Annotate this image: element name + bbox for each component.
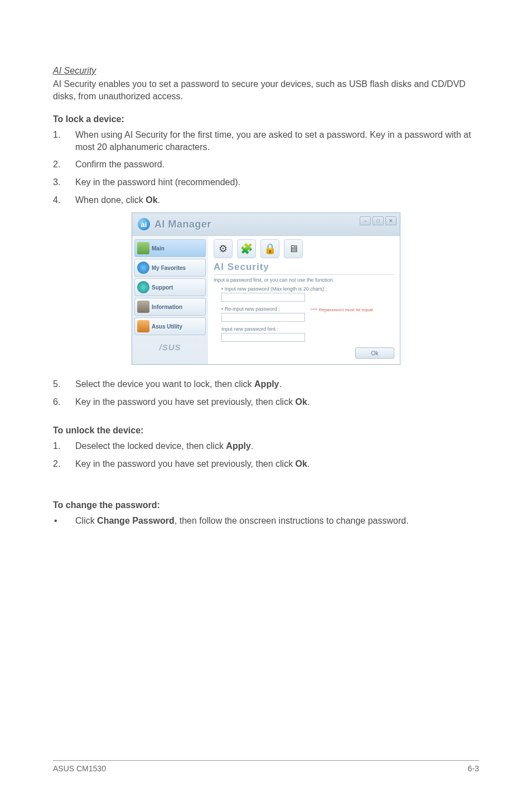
brand-logo: /SUS <box>134 340 206 354</box>
reinput-password-input[interactable] <box>221 313 305 322</box>
sidebar-tab-information[interactable]: Information <box>134 298 206 316</box>
ok-button[interactable]: Ok <box>355 347 394 359</box>
reinput-password-label: • Re-input new password : <box>221 306 305 312</box>
tab-label: My Favorites <box>152 265 186 271</box>
close-button[interactable]: ✕ <box>385 216 396 225</box>
window-title: AI Manager <box>154 219 211 230</box>
new-password-input[interactable] <box>221 293 305 302</box>
ai-security-heading: AI Security <box>53 66 479 76</box>
lock-steps-1-4: 1.When using AI Security for the first t… <box>53 129 479 206</box>
step-text: Deselect the locked device, then click A… <box>75 440 479 452</box>
intro-paragraph: AI Security enables you to set a passwor… <box>53 78 479 102</box>
step-text: Key in the password you have set previou… <box>75 396 479 408</box>
toolbar-icon-4[interactable]: 🖥 <box>284 239 303 258</box>
sidebar-tab-asus-utility[interactable]: Asus Utility <box>134 317 206 335</box>
step-number: 3. <box>53 176 75 189</box>
toolbar-icon-3[interactable]: 🔒 <box>260 239 279 258</box>
step-number: 4. <box>53 194 75 206</box>
step-number: 2. <box>53 458 75 470</box>
sidebar: Main My Favorites Support Information As… <box>132 236 208 364</box>
main-icon <box>137 242 149 254</box>
tab-label: Support <box>152 284 173 291</box>
sidebar-tab-favorites[interactable]: My Favorites <box>134 259 206 277</box>
lock-heading: To lock a device: <box>53 114 479 124</box>
toolbar: ⚙ 🧩 🔒 🖥 <box>214 239 394 258</box>
unlock-heading: To unlock the device: <box>53 426 479 436</box>
page-footer: ASUS CM1530 6-3 <box>53 760 479 773</box>
sidebar-tab-support[interactable]: Support <box>134 278 206 296</box>
footer-left: ASUS CM1530 <box>53 764 106 773</box>
favorites-icon <box>137 262 149 274</box>
lock-steps-5-6: 5.Select the device you want to lock, th… <box>53 378 479 408</box>
bullet-text: Click Change Password, then follow the o… <box>75 515 479 527</box>
new-password-label: • Input new password (Max length is 20 c… <box>221 286 394 292</box>
step-text: Select the device you want to lock, then… <box>75 378 479 390</box>
app-logo-icon: ai <box>138 218 150 230</box>
step-number: 2. <box>53 158 75 171</box>
toolbar-icon-2[interactable]: 🧩 <box>237 239 256 258</box>
tab-label: Information <box>152 304 182 310</box>
panel-description: Input a password first, or you can not u… <box>214 277 394 283</box>
maximize-button[interactable]: □ <box>373 216 384 225</box>
step-text: When done, click Ok. <box>75 194 479 206</box>
password-hint-label: Input new password hint : <box>221 326 394 332</box>
step-number: 1. <box>53 129 75 153</box>
unlock-steps: 1.Deselect the locked device, then click… <box>53 440 479 470</box>
information-icon <box>137 301 149 313</box>
tab-label: Asus Utility <box>152 323 182 330</box>
utility-icon <box>137 320 149 332</box>
change-password-bullet: • Click Change Password, then follow the… <box>53 515 479 527</box>
step-number: 1. <box>53 440 75 452</box>
step-text: Key in the password you have set previou… <box>75 458 479 470</box>
bullet-marker: • <box>53 515 75 527</box>
password-match-note: **** Repassword must be equal <box>311 307 373 312</box>
change-password-heading: To change the password: <box>53 500 479 510</box>
password-hint-input[interactable] <box>221 333 305 342</box>
footer-right: 6-3 <box>468 764 479 773</box>
ai-manager-screenshot: ai AI Manager – □ ✕ Main My Favorites Su… <box>53 212 479 365</box>
minimize-button[interactable]: – <box>360 216 371 225</box>
sidebar-tab-main[interactable]: Main <box>134 239 206 257</box>
step-number: 5. <box>53 378 75 390</box>
step-text: Key in the password hint (recommended). <box>75 176 479 189</box>
step-text: When using AI Security for the first tim… <box>75 129 479 153</box>
toolbar-icon-1[interactable]: ⚙ <box>214 239 233 258</box>
window-titlebar: ai AI Manager – □ ✕ <box>132 213 400 235</box>
tab-label: Main <box>152 245 165 252</box>
support-icon <box>137 281 149 293</box>
panel-title: AI Security <box>214 262 394 275</box>
step-text: Confirm the password. <box>75 158 479 171</box>
step-number: 6. <box>53 396 75 408</box>
